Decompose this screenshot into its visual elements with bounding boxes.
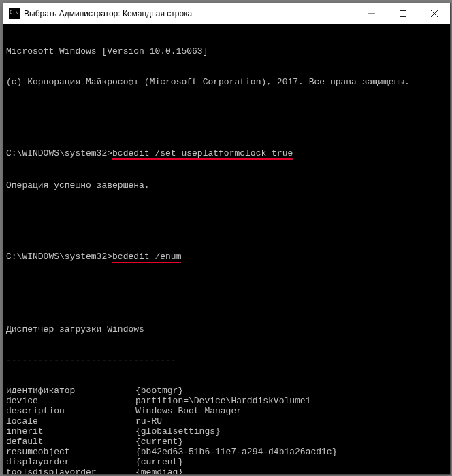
kv-key: идентификатор [6,386,135,396]
kv-row-inherit: inherit{globalsettings} [6,426,447,437]
kv-row-toolsdisplayorder: toolsdisplayorder{memdiag} [6,467,447,474]
kv-row-displayorder: displayorder{current} [6,457,447,467]
window-title: Выбрать Администратор: Командная строка [24,9,356,18]
cmd-window: Выбрать Администратор: Командная строка … [3,3,451,475]
svg-rect-1 [400,11,406,17]
prompt-text: C:\WINDOWS\system32> [6,252,112,262]
titlebar[interactable]: Выбрать Администратор: Командная строка [3,3,450,24]
kv-key: description [6,406,135,416]
close-button[interactable] [419,3,450,24]
cmd-icon [9,8,20,19]
command-1: bcdedit /set useplatformclock true [112,148,293,160]
divider: -------------------------------- [6,355,447,365]
version-line: Microsoft Windows [Version 10.0.15063] [6,46,447,56]
kv-value: partition=\Device\HarddiskVolume1 [135,396,310,406]
kv-value: {bootmgr} [135,386,183,396]
kv-value: {bb42ed63-51b6-11e7-a294-d4b1a26acd1c} [135,447,337,457]
kv-value: {current} [135,437,183,447]
window-controls [356,3,450,24]
kv-row-locale: localeru-RU [6,416,447,426]
kv-value: {globalsettings} [135,426,221,437]
section-boot-manager-title: Диспетчер загрузки Windows [6,324,447,335]
kv-value: Windows Boot Manager [135,406,242,416]
terminal-area[interactable]: Microsoft Windows [Version 10.0.15063] (… [3,24,450,474]
kv-key: toolsdisplayorder [6,467,135,474]
kv-value: ru-RU [135,416,162,426]
kv-key: displayorder [6,457,135,467]
kv-key: inherit [6,426,135,437]
kv-row-идентификатор: идентификатор{bootmgr} [6,386,447,396]
minimize-button[interactable] [356,3,387,24]
kv-row-device: devicepartition=\Device\HarddiskVolume1 [6,396,447,406]
kv-key: device [6,396,135,406]
prompt-line-2: C:\WINDOWS\system32>bcdedit /enum [6,252,447,263]
kv-key: locale [6,416,135,426]
kv-row-resumeobject: resumeobject{bb42ed63-51b6-11e7-a294-d4b… [6,447,447,457]
copyright-line: (c) Корпорация Майкрософт (Microsoft Cor… [6,77,447,87]
kv-key: resumeobject [6,447,135,457]
prompt-line-1: C:\WINDOWS\system32>bcdedit /set useplat… [6,148,447,160]
command-2: bcdedit /enum [112,252,181,263]
kv-key: default [6,437,135,447]
prompt-text: C:\WINDOWS\system32> [6,148,112,158]
kv-value: {memdiag} [135,467,183,474]
maximize-button[interactable] [387,3,419,24]
kv-value: {current} [135,457,183,467]
command-1-result: Операция успешно завершена. [6,180,447,190]
kv-row-default: default{current} [6,437,447,447]
kv-row-description: descriptionWindows Boot Manager [6,406,447,416]
